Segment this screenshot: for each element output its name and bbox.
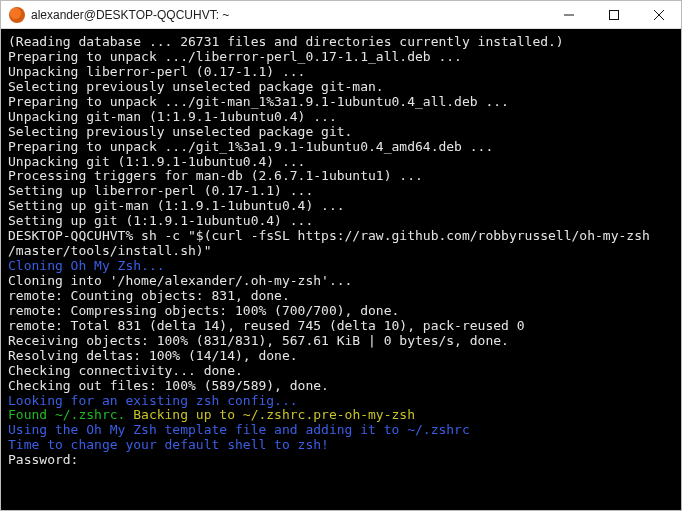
terminal-line: Preparing to unpack .../liberror-perl_0.… [8,50,673,65]
terminal-line: Cloning into '/home/alexander/.oh-my-zsh… [8,274,673,289]
terminal-line: Selecting previously unselected package … [8,80,673,95]
terminal-window: alexander@DESKTOP-QQCUHVT: ~ (Reading da… [0,0,682,511]
terminal-line: Checking connectivity... done. [8,364,673,379]
close-button[interactable] [636,1,681,28]
titlebar[interactable]: alexander@DESKTOP-QQCUHVT: ~ [1,1,681,29]
terminal-line: remote: Counting objects: 831, done. [8,289,673,304]
terminal-line: Unpacking liberror-perl (0.17-1.1) ... [8,65,673,80]
terminal-line: Cloning Oh My Zsh... [8,259,673,274]
terminal-line: Setting up git (1:1.9.1-1ubuntu0.4) ... [8,214,673,229]
window-controls [546,1,681,28]
terminal-line: Password: [8,453,673,468]
terminal-line: Found ~/.zshrc. Backing up to ~/.zshrc.p… [8,408,673,423]
window-title: alexander@DESKTOP-QQCUHVT: ~ [31,8,546,22]
terminal-line: DESKTOP-QQCUHVT% sh -c "$(curl -fsSL htt… [8,229,673,244]
terminal-line: Using the Oh My Zsh template file and ad… [8,423,673,438]
terminal-line: Unpacking git (1:1.9.1-1ubuntu0.4) ... [8,155,673,170]
terminal-line: Preparing to unpack .../git_1%3a1.9.1-1u… [8,140,673,155]
terminal-line: Receiving objects: 100% (831/831), 567.6… [8,334,673,349]
terminal-line: Preparing to unpack .../git-man_1%3a1.9.… [8,95,673,110]
terminal-line: Resolving deltas: 100% (14/14), done. [8,349,673,364]
terminal-line: Time to change your default shell to zsh… [8,438,673,453]
terminal-line: remote: Compressing objects: 100% (700/7… [8,304,673,319]
ubuntu-icon [9,7,25,23]
minimize-button[interactable] [546,1,591,28]
terminal-line: Checking out files: 100% (589/589), done… [8,379,673,394]
terminal-line: Selecting previously unselected package … [8,125,673,140]
terminal-line: /master/tools/install.sh)" [8,244,673,259]
terminal-output[interactable]: (Reading database ... 26731 files and di… [1,29,681,510]
svg-rect-0 [609,10,618,19]
maximize-button[interactable] [591,1,636,28]
terminal-line: Setting up git-man (1:1.9.1-1ubuntu0.4) … [8,199,673,214]
terminal-line: (Reading database ... 26731 files and di… [8,35,673,50]
terminal-line: Looking for an existing zsh config... [8,394,673,409]
terminal-line: Processing triggers for man-db (2.6.7.1-… [8,169,673,184]
terminal-line: Unpacking git-man (1:1.9.1-1ubuntu0.4) .… [8,110,673,125]
terminal-line: remote: Total 831 (delta 14), reused 745… [8,319,673,334]
terminal-line: Setting up liberror-perl (0.17-1.1) ... [8,184,673,199]
